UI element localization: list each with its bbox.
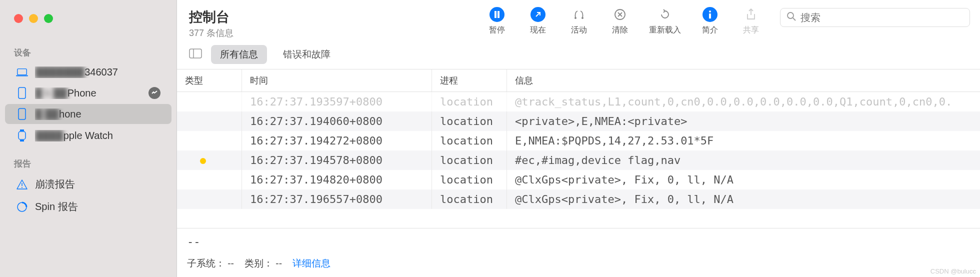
table-row[interactable]: 16:27:37.194272+0800locationE,NMEA:$PQPD… xyxy=(177,131,980,150)
table-row[interactable]: 16:27:37.196557+0800location@ClxGps<priv… xyxy=(177,190,980,209)
svg-rect-4 xyxy=(18,132,26,140)
info-button[interactable]: 简介 xyxy=(698,7,722,36)
svg-rect-3 xyxy=(18,108,26,120)
filter-bar: 所有信息 错误和故障 xyxy=(177,39,980,70)
phone-icon xyxy=(16,87,28,99)
devices-section-title: 设备 xyxy=(0,44,176,62)
laptop-icon xyxy=(16,68,28,77)
report-label: 崩溃报告 xyxy=(35,178,160,191)
sidebar: 设备 ███████346037 █ b ██Phone █ ██hone xyxy=(0,0,177,277)
th-time[interactable]: 时间 xyxy=(242,70,432,92)
log-table: 类型 时间 进程 信息 16:27:37.193597+0800location… xyxy=(177,70,980,228)
pause-button[interactable]: 暂停 xyxy=(485,7,509,36)
filter-errors[interactable]: 错误和故障 xyxy=(274,45,340,64)
category-label: 类别： xyxy=(244,258,273,268)
svg-point-17 xyxy=(788,12,794,18)
sidebar-crash-reports[interactable]: 崩溃报告 xyxy=(5,174,172,195)
reload-icon xyxy=(658,7,672,22)
th-type[interactable]: 类型 xyxy=(177,70,242,92)
app-title: 控制台 xyxy=(189,8,234,26)
report-label: Spin 报告 xyxy=(35,200,160,214)
share-icon xyxy=(744,7,758,22)
svg-line-18 xyxy=(793,18,796,20)
svg-point-13 xyxy=(582,17,584,19)
warning-dot-icon xyxy=(200,158,206,164)
device-label: █ ██hone xyxy=(35,108,160,120)
device-label: █ b ██Phone xyxy=(35,88,142,99)
messenger-icon xyxy=(148,87,160,99)
message-count: 377 条信息 xyxy=(189,27,234,39)
filter-all[interactable]: 所有信息 xyxy=(211,45,267,64)
watermark: CSDN @bulucc xyxy=(930,268,976,275)
detail-pane: -- 子系统： -- 类别： -- 详细信息 xyxy=(177,228,980,277)
maximize-icon[interactable] xyxy=(44,14,53,23)
svg-rect-10 xyxy=(494,11,496,18)
sidebar-device-watch[interactable]: ████pple Watch xyxy=(5,125,172,146)
spin-icon xyxy=(16,202,28,212)
svg-rect-6 xyxy=(20,140,24,142)
sidebar-spin-reports[interactable]: Spin 报告 xyxy=(5,196,172,218)
clear-icon xyxy=(612,7,628,22)
main-content: 控制台 377 条信息 暂停 现在 xyxy=(177,0,980,277)
table-row[interactable]: 16:27:37.194578+0800location#ec,#imag,de… xyxy=(177,150,980,170)
svg-point-15 xyxy=(709,10,711,12)
svg-point-12 xyxy=(574,17,576,19)
svg-point-8 xyxy=(22,187,22,188)
clear-button[interactable]: 清除 xyxy=(608,7,632,36)
activity-button[interactable]: 活动 xyxy=(567,7,591,36)
detail-content: -- xyxy=(187,236,970,248)
device-label: ███████346037 xyxy=(35,66,160,78)
warning-icon xyxy=(16,179,28,190)
sidebar-device-phone1[interactable]: █ b ██Phone xyxy=(5,83,172,103)
phone-icon xyxy=(16,108,28,120)
sidebar-device-mac[interactable]: ███████346037 xyxy=(5,62,172,82)
now-button[interactable]: 现在 xyxy=(526,7,550,36)
svg-rect-19 xyxy=(190,49,202,58)
window-controls xyxy=(0,14,176,23)
info-icon xyxy=(702,7,718,22)
search-input[interactable] xyxy=(800,12,964,24)
close-icon[interactable] xyxy=(14,14,23,23)
th-message[interactable]: 信息 xyxy=(507,70,980,92)
device-label: ████pple Watch xyxy=(35,130,160,142)
toolbar: 控制台 377 条信息 暂停 现在 xyxy=(177,0,980,39)
table-row[interactable]: 16:27:37.194060+0800location<private>,E,… xyxy=(177,112,980,131)
svg-rect-2 xyxy=(18,88,26,98)
reports-section-title: 报告 xyxy=(0,155,176,172)
sidebar-toggle-icon[interactable] xyxy=(187,46,204,63)
sidebar-device-phone2[interactable]: █ ██hone xyxy=(5,104,172,124)
subsystem-value: -- xyxy=(228,258,234,268)
table-row[interactable]: 16:27:37.194820+0800location@ClxGps<priv… xyxy=(177,170,980,190)
watch-icon xyxy=(16,129,28,142)
table-header: 类型 时间 进程 信息 xyxy=(177,70,980,92)
minimize-icon[interactable] xyxy=(29,14,38,23)
activity-icon xyxy=(572,7,586,22)
table-row[interactable]: 16:27:37.193597+0800location@track_statu… xyxy=(177,92,980,112)
detail-meta: 子系统： -- 类别： -- 详细信息 xyxy=(187,257,970,270)
svg-rect-16 xyxy=(709,14,711,18)
pause-icon xyxy=(490,7,504,22)
svg-rect-5 xyxy=(20,130,24,131)
svg-rect-11 xyxy=(498,11,500,18)
search-box[interactable] xyxy=(780,8,970,27)
th-process[interactable]: 进程 xyxy=(432,70,507,92)
share-button[interactable]: 共享 xyxy=(739,7,763,36)
category-value: -- xyxy=(276,258,282,268)
svg-rect-0 xyxy=(18,68,26,74)
detail-more-link[interactable]: 详细信息 xyxy=(292,258,330,268)
svg-rect-1 xyxy=(16,75,28,76)
search-icon xyxy=(786,12,796,24)
table-body[interactable]: 16:27:37.193597+0800location@track_statu… xyxy=(177,92,980,228)
arrow-icon xyxy=(530,7,546,22)
reload-button[interactable]: 重新载入 xyxy=(649,7,681,36)
subsystem-label: 子系统： xyxy=(187,258,225,268)
